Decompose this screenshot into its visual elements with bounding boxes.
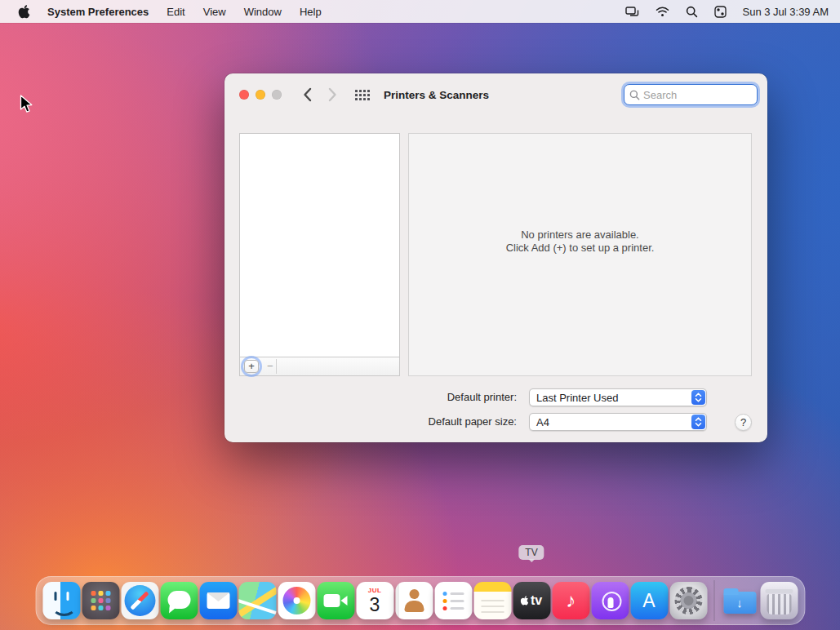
calendar-day-label: 3 — [370, 594, 380, 615]
dock-item-contacts[interactable] — [395, 582, 433, 619]
default-printer-label: Default printer: — [224, 388, 517, 406]
printers-scanners-window: Printers & Scanners + − No printers are … — [224, 73, 767, 442]
search-icon — [629, 90, 640, 100]
apple-logo-icon — [18, 5, 30, 19]
dock-item-music[interactable]: ♪ — [552, 582, 589, 619]
remove-printer-button[interactable]: − — [267, 358, 273, 375]
dock-item-maps[interactable] — [238, 582, 276, 619]
wifi-icon[interactable] — [648, 0, 677, 23]
dock-item-launchpad[interactable] — [82, 582, 119, 619]
empty-state: No printers are available. Click Add (+)… — [506, 228, 655, 255]
default-printer-row: Default printer: Last Printer Used — [224, 388, 767, 406]
chevron-right-icon — [328, 87, 337, 102]
default-printer-value: Last Printer Used — [536, 392, 618, 404]
forward-button — [328, 87, 337, 102]
dock-item-reminders[interactable] — [434, 582, 472, 619]
dock-item-messages[interactable] — [160, 582, 198, 619]
dock-item-safari[interactable] — [121, 582, 158, 619]
appstore-a-icon: A — [642, 590, 655, 612]
close-button[interactable] — [239, 90, 249, 100]
zoom-button — [272, 90, 282, 100]
chevron-left-icon — [303, 87, 312, 102]
dock-divider — [713, 580, 714, 621]
empty-state-line1: No printers are available. — [506, 228, 655, 242]
calendar-month-label: JUL — [368, 588, 382, 594]
control-center-icon[interactable] — [707, 0, 734, 23]
menu-bar: System Preferences Edit View Window Help… — [0, 0, 840, 23]
printer-list-toolbar: + − — [239, 357, 400, 376]
apple-menu[interactable] — [10, 0, 38, 23]
music-note-icon: ♪ — [566, 591, 576, 610]
default-paper-row: Default paper size: A4 — [224, 413, 767, 431]
menu-view[interactable]: View — [194, 0, 235, 23]
dock-item-tv[interactable]: tv — [513, 582, 550, 619]
printer-detail-panel: No printers are available. Click Add (+)… — [408, 133, 752, 376]
spotlight-icon[interactable] — [678, 0, 705, 23]
apple-logo-icon — [521, 596, 529, 606]
menu-bar-clock[interactable]: Sun 3 Jul 3:39 AM — [736, 6, 829, 18]
empty-state-line2: Click Add (+) to set up a printer. — [506, 242, 655, 255]
dock-item-trash[interactable] — [760, 582, 798, 619]
dock-item-notes[interactable] — [473, 582, 511, 619]
dock-item-calendar[interactable]: JUL 3 — [356, 582, 393, 619]
dock-item-downloads[interactable]: ↓ — [721, 582, 758, 619]
dock-item-mail[interactable] — [199, 582, 237, 619]
download-arrow-icon: ↓ — [721, 592, 758, 613]
dock: JUL 3 tv ♪ A ↓ — [35, 576, 805, 625]
desktop-wallpaper: System Preferences Edit View Window Help… — [0, 0, 840, 630]
traffic-lights — [239, 90, 282, 100]
tv-label: tv — [531, 594, 542, 607]
search-field[interactable] — [624, 84, 758, 105]
printer-list[interactable] — [239, 133, 400, 357]
window-title: Printers & Scanners — [384, 89, 489, 101]
show-all-grid-icon[interactable] — [353, 88, 372, 102]
dock-tooltip: TV — [518, 545, 544, 560]
dock-item-podcasts[interactable] — [591, 582, 629, 619]
stepper-icon — [691, 415, 705, 429]
default-printer-select[interactable]: Last Printer Used — [529, 388, 707, 406]
dock-tooltip-label: TV — [525, 547, 537, 558]
default-paper-select[interactable]: A4 — [529, 413, 707, 431]
add-button-focus-ring: + — [243, 358, 260, 375]
dock-item-appstore[interactable]: A — [630, 582, 668, 619]
mouse-cursor — [20, 95, 33, 118]
menu-edit[interactable]: Edit — [158, 0, 193, 23]
menu-help[interactable]: Help — [291, 0, 331, 23]
default-paper-value: A4 — [536, 416, 549, 428]
menu-window[interactable]: Window — [235, 0, 291, 23]
dock-item-system-preferences[interactable] — [669, 582, 707, 619]
add-printer-button[interactable]: + — [244, 360, 259, 373]
dock-item-finder[interactable] — [42, 582, 80, 619]
stepper-icon — [691, 390, 705, 405]
dock-item-facetime[interactable] — [317, 582, 354, 619]
toolbar-divider — [276, 359, 277, 374]
window-titlebar[interactable]: Printers & Scanners — [224, 73, 767, 116]
menu-bar-status: Sun 3 Jul 3:39 AM — [618, 0, 840, 23]
screen-mirroring-icon[interactable] — [618, 0, 647, 23]
help-button[interactable]: ? — [735, 414, 752, 431]
menu-app-name[interactable]: System Preferences — [38, 0, 158, 23]
search-input[interactable] — [643, 89, 752, 101]
dock-item-photos[interactable] — [278, 582, 315, 619]
minimize-button[interactable] — [256, 90, 265, 100]
menu-bar-left: System Preferences Edit View Window Help — [0, 0, 331, 23]
back-button[interactable] — [303, 87, 312, 102]
default-paper-label: Default paper size: — [224, 413, 517, 431]
